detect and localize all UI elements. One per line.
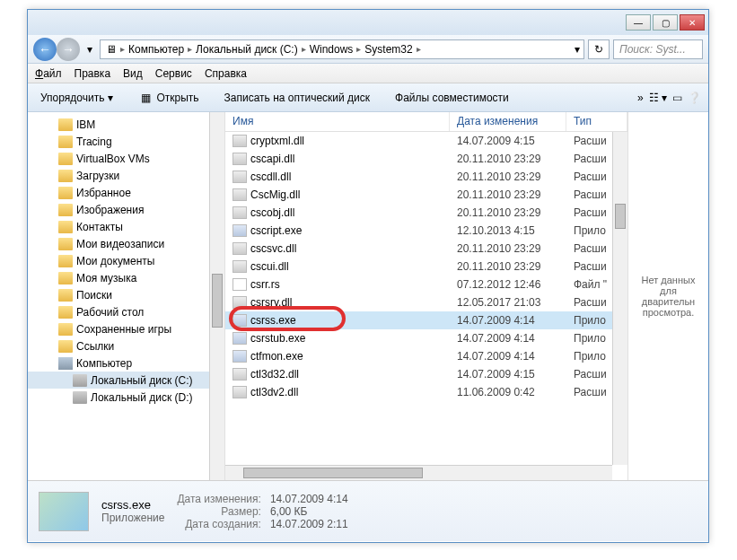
file-row[interactable]: cscdll.dll20.11.2010 23:29Расши xyxy=(225,168,627,186)
dll-icon xyxy=(233,260,247,273)
tree-folder[interactable]: Изображения xyxy=(28,201,224,218)
search-input[interactable]: Поиск: Syst... xyxy=(613,39,703,59)
folder-icon xyxy=(58,170,73,182)
menu-help[interactable]: Справка xyxy=(205,67,247,80)
tree-item-label: IBM xyxy=(76,118,95,131)
file-name: ctfmon.exe xyxy=(250,350,303,363)
col-date[interactable]: Дата изменения xyxy=(450,112,566,131)
preview-pane: Нет данных для дварительн просмотра. xyxy=(627,112,708,480)
view-options-button[interactable]: ☷ ▾ xyxy=(649,92,667,104)
file-row[interactable]: cscsvc.dll20.11.2010 23:29Расши xyxy=(225,240,627,258)
breadcrumb[interactable]: Компьютер xyxy=(127,43,186,56)
tree-folder[interactable]: Ссылки xyxy=(28,337,224,354)
burn-button[interactable]: Записать на оптический диск xyxy=(219,90,376,106)
folder-icon xyxy=(58,118,73,131)
forward-button[interactable]: → xyxy=(57,38,80,61)
tree-folder[interactable]: IBM xyxy=(28,116,224,133)
details-modified-value: 14.07.2009 4:14 xyxy=(270,493,348,505)
file-name: cscdll.dll xyxy=(250,171,291,183)
details-filename: csrss.exe xyxy=(101,498,164,512)
address-bar[interactable]: 🖥 ▸ Компьютер ▸ Локальный диск (C:) ▸ Wi… xyxy=(100,39,584,59)
file-row[interactable]: cscui.dll20.11.2010 23:29Расши xyxy=(225,258,627,276)
organize-button[interactable]: Упорядочить ▾ xyxy=(35,90,118,106)
details-created-label: Дата создания: xyxy=(177,518,261,530)
close-button[interactable]: ✕ xyxy=(680,14,705,31)
folder-icon xyxy=(58,255,73,267)
file-icon xyxy=(233,278,247,291)
file-name: cscsvc.dll xyxy=(250,242,296,255)
file-row[interactable]: csrstub.exe14.07.2009 4:14Прило xyxy=(225,329,627,347)
tree-folder[interactable]: Избранное xyxy=(28,184,224,201)
file-date: 20.11.2010 23:29 xyxy=(450,242,566,255)
maximize-button[interactable]: ▢ xyxy=(653,14,678,31)
tree-folder[interactable]: Загрузки xyxy=(28,167,224,184)
back-button[interactable]: ← xyxy=(33,38,57,61)
tree-item-label: Избранное xyxy=(76,187,131,199)
file-row[interactable]: csrss.exe14.07.2009 4:14Прило xyxy=(225,311,627,329)
toolbar: Упорядочить ▾ ▦Открыть Записать на оптич… xyxy=(28,83,708,112)
tree-item-label: VirtualBox VMs xyxy=(76,153,150,165)
dll-icon xyxy=(233,368,247,381)
file-row[interactable]: ctl3d32.dll14.07.2009 4:15Расши xyxy=(225,365,627,383)
file-row[interactable]: ctfmon.exe14.07.2009 4:14Прило xyxy=(225,347,627,365)
tree-scrollbar[interactable] xyxy=(209,112,224,480)
breadcrumb[interactable]: Windows xyxy=(308,43,355,56)
file-row[interactable]: cryptxml.dll14.07.2009 4:15Расши xyxy=(225,132,627,150)
breadcrumb[interactable]: System32 xyxy=(363,43,414,56)
menubar: Файл Правка Вид Сервис Справка xyxy=(28,64,708,83)
tree-folder[interactable]: Контакты xyxy=(28,218,224,235)
file-row[interactable]: cscobj.dll20.11.2010 23:29Расши xyxy=(225,204,627,222)
file-date: 20.11.2010 23:29 xyxy=(450,153,566,165)
col-name[interactable]: Имя xyxy=(225,112,450,131)
chevron-right-icon: ▸ xyxy=(188,44,192,54)
computer-icon xyxy=(58,357,73,370)
more-chevrons-icon[interactable]: » xyxy=(637,92,644,104)
tree-folder[interactable]: Tracing xyxy=(28,133,224,150)
preview-pane-button[interactable]: ▭ xyxy=(672,92,682,104)
file-scrollbar-vertical[interactable] xyxy=(612,132,627,465)
open-button[interactable]: ▦Открыть xyxy=(133,89,204,107)
explorer-window: — ▢ ✕ ← → ▾ 🖥 ▸ Компьютер ▸ Локальный ди… xyxy=(27,9,709,543)
dll-icon xyxy=(233,171,247,183)
file-row[interactable]: csrr.rs07.12.2012 12:46Файл " xyxy=(225,276,627,293)
col-type[interactable]: Тип xyxy=(566,112,627,131)
address-dropdown[interactable]: ▾ xyxy=(575,43,580,56)
tree-drive[interactable]: Локальный диск (C:) xyxy=(28,372,224,389)
tree-computer[interactable]: Компьютер xyxy=(28,354,224,372)
details-pane: csrss.exe Приложение Дата изменения: 14.… xyxy=(28,480,708,541)
file-date: 12.05.2017 21:03 xyxy=(450,296,566,309)
refresh-button[interactable]: ↻ xyxy=(588,39,610,59)
file-row[interactable]: cscapi.dll20.11.2010 23:29Расши xyxy=(225,150,627,168)
menu-service[interactable]: Сервис xyxy=(155,67,192,80)
chevron-right-icon: ▸ xyxy=(120,44,125,54)
file-row[interactable]: ctl3dv2.dll11.06.2009 0:42Расши xyxy=(225,383,627,401)
file-row[interactable]: cscript.exe12.10.2013 4:15Прило xyxy=(225,222,627,240)
compat-button[interactable]: Файлы совместимости xyxy=(390,90,514,106)
file-scrollbar-horizontal[interactable] xyxy=(225,465,612,480)
breadcrumb[interactable]: Локальный диск (C:) xyxy=(194,43,300,56)
tree-drive[interactable]: Локальный диск (D:) xyxy=(28,389,224,406)
file-row[interactable]: csrsrv.dll12.05.2017 21:03Расши xyxy=(225,293,627,311)
tree-folder[interactable]: Рабочий стол xyxy=(28,303,224,320)
tree-item-label: Моя музыка xyxy=(76,272,136,284)
tree-folder[interactable]: Мои видеозаписи xyxy=(28,235,224,252)
file-name: ctl3d32.dll xyxy=(250,368,299,381)
nav-history-dropdown[interactable]: ▾ xyxy=(83,38,96,61)
tree-folder[interactable]: VirtualBox VMs xyxy=(28,150,224,167)
tree-folder[interactable]: Сохраненные игры xyxy=(28,320,224,337)
menu-edit[interactable]: Правка xyxy=(75,67,111,80)
details-filetype: Приложение xyxy=(101,512,164,524)
menu-view[interactable]: Вид xyxy=(123,67,143,80)
tree-item-label: Сохраненные игры xyxy=(76,323,171,336)
minimize-button[interactable]: — xyxy=(626,14,651,31)
tree-folder[interactable]: Моя музыка xyxy=(28,269,224,286)
menu-file[interactable]: Файл xyxy=(35,67,62,80)
file-name: cscapi.dll xyxy=(250,153,294,165)
file-row[interactable]: CscMig.dll20.11.2010 23:29Расши xyxy=(225,186,627,204)
tree-folder[interactable]: Поиски xyxy=(28,286,224,303)
help-button[interactable]: ❔ xyxy=(688,92,701,104)
tree-item-label: Мои документы xyxy=(76,255,154,267)
file-date: 12.10.2013 4:15 xyxy=(450,224,566,237)
file-date: 20.11.2010 23:29 xyxy=(450,171,566,183)
tree-folder[interactable]: Мои документы xyxy=(28,252,224,269)
